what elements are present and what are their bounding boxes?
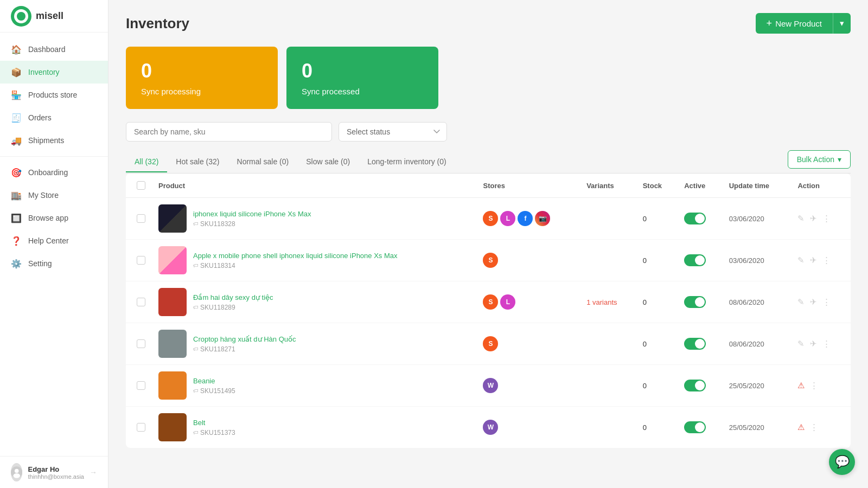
- product-info: Belt 🏷 SKU151373: [193, 419, 235, 436]
- sidebar-item-label-orders: Orders: [28, 113, 52, 122]
- more-icon[interactable]: ⋮: [810, 422, 818, 432]
- new-product-button[interactable]: + New Product ▾: [756, 13, 851, 34]
- edit-icon[interactable]: ✎: [797, 297, 805, 307]
- warning-icon: ⚠: [797, 422, 805, 432]
- svg-point-4: [15, 469, 19, 473]
- row-checkbox-1[interactable]: [137, 256, 145, 265]
- row-checkbox-3[interactable]: [137, 339, 145, 348]
- stat-cards: 0 Sync processing 0 Sync processed: [126, 47, 851, 109]
- sync-processed-label: Sync processed: [302, 87, 423, 96]
- product-thumbnail: [158, 413, 187, 441]
- tab-hot-sale[interactable]: Hot sale (32): [167, 152, 228, 172]
- my-store-icon: 🏬: [11, 190, 22, 201]
- product-name[interactable]: Beanie: [193, 377, 235, 385]
- setting-icon: ⚙️: [11, 258, 22, 269]
- active-toggle[interactable]: [684, 421, 706, 433]
- page-header: Inventory + New Product ▾: [126, 13, 851, 34]
- user-email: thinhhn@boxme.asia: [28, 473, 84, 480]
- sidebar-item-orders[interactable]: 🧾 Orders: [0, 106, 108, 129]
- sync-processed-value: 0: [302, 60, 423, 82]
- store-icons: W: [483, 420, 573, 435]
- send-icon[interactable]: ✈: [810, 214, 817, 223]
- onboarding-icon: 🎯: [11, 167, 22, 178]
- sidebar-item-dashboard[interactable]: 🏠 Dashboard: [0, 38, 108, 61]
- active-toggle[interactable]: [684, 338, 706, 350]
- sidebar-item-label-dashboard: Dashboard: [28, 45, 66, 54]
- products-store-icon: 🏪: [11, 89, 22, 100]
- store-icon-instagram: 📷: [535, 211, 550, 226]
- more-icon[interactable]: ⋮: [810, 381, 818, 390]
- tabs: All (32) Hot sale (32) Normal sale (0) S…: [126, 152, 455, 172]
- select-all-checkbox[interactable]: [137, 181, 145, 190]
- action-icons: ✎ ✈ ⋮: [797, 297, 844, 307]
- variants-link[interactable]: 1 variants: [586, 298, 617, 306]
- sku-icon: 🏷: [193, 346, 199, 352]
- send-icon[interactable]: ✈: [810, 339, 817, 349]
- new-product-dropdown-arrow[interactable]: ▾: [833, 13, 851, 34]
- dashboard-icon: 🏠: [11, 44, 22, 55]
- table-row: Đầm hai dây sexy dự tiệc 🏷 SKU118289 SL …: [126, 281, 851, 323]
- product-sku: 🏷 SKU118289: [193, 304, 273, 311]
- sidebar-item-setting[interactable]: ⚙️ Setting: [0, 252, 108, 275]
- edit-icon[interactable]: ✎: [797, 339, 805, 349]
- sidebar-item-onboarding[interactable]: 🎯 Onboarding: [0, 161, 108, 184]
- update-time: 25/05/2020: [723, 407, 792, 448]
- product-name[interactable]: Belt: [193, 419, 235, 427]
- sidebar-item-inventory[interactable]: 📦 Inventory: [0, 61, 108, 84]
- tab-slow-sale[interactable]: Slow sale (0): [297, 152, 359, 172]
- active-toggle[interactable]: [684, 380, 706, 391]
- sku-icon: 🏷: [193, 221, 199, 227]
- store-icon-shopee: S: [483, 294, 498, 310]
- update-time: 03/06/2020: [723, 240, 792, 281]
- sidebar-item-shipments[interactable]: 🚚 Shipments: [0, 129, 108, 152]
- bulk-action-button[interactable]: Bulk Action ▾: [788, 150, 851, 169]
- new-product-label: New Product: [775, 19, 822, 28]
- stock-value: 0: [636, 365, 678, 407]
- tab-normal-sale[interactable]: Normal sale (0): [228, 152, 298, 172]
- product-name[interactable]: Đầm hai dây sexy dự tiệc: [193, 293, 273, 301]
- more-icon[interactable]: ⋮: [822, 255, 831, 265]
- store-icon-facebook: f: [518, 211, 533, 226]
- col-product: Product: [152, 174, 476, 198]
- active-toggle[interactable]: [684, 213, 706, 224]
- edit-icon[interactable]: ✎: [797, 214, 805, 223]
- tab-long-term[interactable]: Long-term inventory (0): [359, 152, 455, 172]
- stock-value: 0: [636, 323, 678, 365]
- action-icons: ✎ ✈ ⋮: [797, 255, 844, 265]
- sidebar-item-products-store[interactable]: 🏪 Products store: [0, 84, 108, 106]
- send-icon[interactable]: ✈: [810, 297, 817, 307]
- more-icon[interactable]: ⋮: [822, 297, 831, 307]
- product-thumbnail: [158, 246, 187, 274]
- store-icons: W: [483, 378, 573, 393]
- sidebar-item-my-store[interactable]: 🏬 My Store: [0, 184, 108, 207]
- row-checkbox-4[interactable]: [137, 381, 145, 390]
- bulk-action-label: Bulk Action: [797, 155, 834, 164]
- row-checkbox-5[interactable]: [137, 423, 145, 432]
- send-icon[interactable]: ✈: [810, 255, 817, 265]
- action-icons: ⚠ ⋮: [797, 381, 844, 390]
- sidebar-item-browse-app[interactable]: 🔲 Browse app: [0, 207, 108, 229]
- more-icon[interactable]: ⋮: [822, 214, 831, 223]
- active-toggle[interactable]: [684, 254, 706, 266]
- row-checkbox-0[interactable]: [137, 214, 145, 223]
- action-icons: ⚠ ⋮: [797, 422, 844, 432]
- search-input[interactable]: [126, 122, 332, 142]
- store-icons: S: [483, 336, 573, 351]
- product-name[interactable]: iphonex liquid silicone iPhone Xs Max: [193, 210, 311, 218]
- stock-value: 0: [636, 240, 678, 281]
- logout-icon[interactable]: →: [90, 468, 97, 477]
- edit-icon[interactable]: ✎: [797, 255, 805, 265]
- row-checkbox-2[interactable]: [137, 298, 145, 306]
- sidebar-navigation: 🏠 Dashboard 📦 Inventory 🏪 Products store…: [0, 33, 108, 456]
- status-select[interactable]: Select status: [339, 122, 447, 142]
- product-name[interactable]: Croptop hàng xuất dư Hàn Quốc: [193, 335, 296, 343]
- sku-icon: 🏷: [193, 304, 199, 310]
- tab-all[interactable]: All (32): [126, 152, 167, 172]
- chat-button[interactable]: 💬: [829, 449, 855, 475]
- sidebar-item-help-center[interactable]: ❓ Help Center: [0, 229, 108, 252]
- active-toggle[interactable]: [684, 296, 706, 308]
- more-icon[interactable]: ⋮: [822, 339, 831, 349]
- store-icon-shopee: S: [483, 211, 498, 226]
- product-name[interactable]: Apple x mobile phone shell iphonex liqui…: [193, 252, 398, 260]
- filters: Select status: [126, 122, 851, 142]
